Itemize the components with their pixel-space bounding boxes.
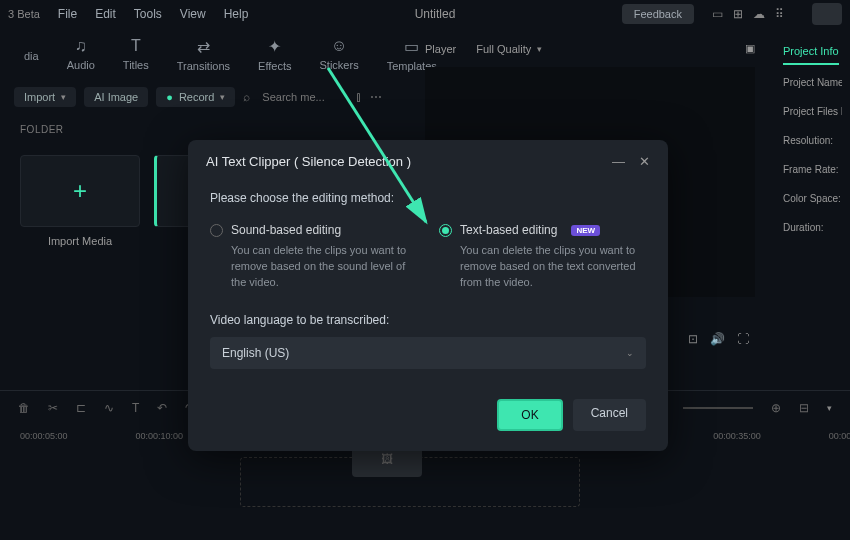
- language-label: Video language to be transcribed:: [210, 313, 646, 327]
- language-value: English (US): [222, 346, 289, 360]
- modal-title: AI Text Clipper ( Silence Detection ): [206, 154, 598, 169]
- radio-unselected-icon[interactable]: [210, 224, 223, 237]
- cancel-button[interactable]: Cancel: [573, 399, 646, 431]
- method-options: Sound-based editing You can delete the c…: [210, 223, 646, 291]
- new-badge: NEW: [571, 225, 600, 236]
- modal-footer: OK Cancel: [188, 387, 668, 451]
- modal-header: AI Text Clipper ( Silence Detection ) — …: [188, 140, 668, 183]
- language-select[interactable]: English (US) ⌄: [210, 337, 646, 369]
- minimize-icon[interactable]: —: [612, 154, 625, 169]
- option-description: You can delete the clips you want to rem…: [439, 243, 646, 291]
- method-prompt: Please choose the editing method:: [210, 191, 646, 205]
- chevron-down-icon: ⌄: [626, 348, 634, 358]
- ai-text-clipper-modal: AI Text Clipper ( Silence Detection ) — …: [188, 140, 668, 451]
- option-sound-based[interactable]: Sound-based editing You can delete the c…: [210, 223, 417, 291]
- option-label: Text-based editing: [460, 223, 557, 237]
- radio-selected-icon[interactable]: [439, 224, 452, 237]
- option-head[interactable]: Sound-based editing: [210, 223, 417, 237]
- modal-body: Please choose the editing method: Sound-…: [188, 183, 668, 387]
- option-head[interactable]: Text-based editing NEW: [439, 223, 646, 237]
- option-description: You can delete the clips you want to rem…: [210, 243, 417, 291]
- close-icon[interactable]: ✕: [639, 154, 650, 169]
- modal-backdrop: AI Text Clipper ( Silence Detection ) — …: [0, 0, 850, 540]
- ok-button[interactable]: OK: [497, 399, 562, 431]
- option-label: Sound-based editing: [231, 223, 341, 237]
- option-text-based[interactable]: Text-based editing NEW You can delete th…: [439, 223, 646, 291]
